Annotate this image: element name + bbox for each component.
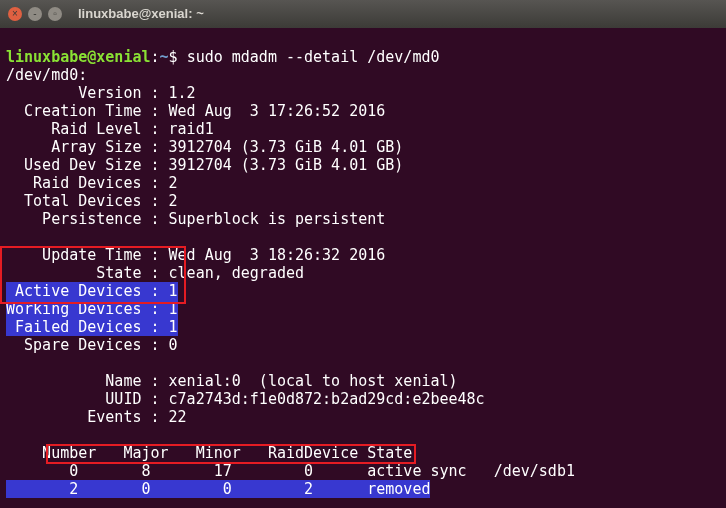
detail-label: Working Devices :: [6, 300, 160, 318]
command-text: sudo mdadm --detail /dev/md0: [187, 48, 440, 66]
detail-label: State :: [6, 264, 160, 282]
detail-value: Wed Aug 3 18:26:32 2016: [160, 246, 386, 264]
detail-value: 1.2: [160, 84, 196, 102]
detail-label: Used Dev Size :: [6, 156, 160, 174]
detail-value: Superblock is persistent: [160, 210, 386, 228]
table-header: Number Major Minor RaidDevice State: [6, 444, 412, 462]
detail-label: Update Time :: [6, 246, 160, 264]
prompt-path: ~: [160, 48, 169, 66]
detail-value: 3912704 (3.73 GiB 4.01 GB): [160, 138, 404, 156]
detail-value: 1: [160, 282, 178, 300]
detail-label: Version :: [6, 84, 160, 102]
detail-label: Persistence :: [6, 210, 160, 228]
window-title: linuxbabe@xenial: ~: [78, 5, 204, 23]
detail-label: Name :: [6, 372, 160, 390]
detail-value: xenial:0 (local to host xenial): [160, 372, 458, 390]
terminal-area[interactable]: linuxbabe@xenial:~$ sudo mdadm --detail …: [0, 28, 726, 508]
detail-value: 22: [160, 408, 187, 426]
detail-value: 1: [160, 300, 178, 318]
detail-value: raid1: [160, 120, 214, 138]
highlighted-working-devices: Working Devices : 1: [6, 300, 178, 318]
close-icon[interactable]: ×: [8, 7, 22, 21]
table-row-removed: 2 0 0 2 removed: [6, 480, 430, 498]
detail-value: 2: [160, 192, 178, 210]
maximize-icon[interactable]: ▫: [48, 7, 62, 21]
detail-value: Wed Aug 3 17:26:52 2016: [160, 102, 386, 120]
detail-value: 0: [160, 336, 178, 354]
detail-label: Total Devices :: [6, 192, 160, 210]
prompt-colon: :: [151, 48, 160, 66]
minimize-icon[interactable]: ‑: [28, 7, 42, 21]
window-titlebar: × ‑ ▫ linuxbabe@xenial: ~: [0, 0, 726, 28]
detail-label: Active Devices :: [6, 282, 160, 300]
highlighted-failed-devices: Failed Devices : 1: [6, 318, 178, 336]
detail-label: Array Size :: [6, 138, 160, 156]
detail-label: Spare Devices :: [6, 336, 160, 354]
detail-value: clean, degraded: [160, 264, 305, 282]
device-header: /dev/md0:: [6, 66, 87, 84]
prompt-dollar: $: [169, 48, 187, 66]
detail-value: 1: [160, 318, 178, 336]
detail-label: Failed Devices :: [6, 318, 160, 336]
detail-value: c7a2743d:f1e0d872:b2ad29cd:e2bee48c: [160, 390, 485, 408]
detail-label: UUID :: [6, 390, 160, 408]
table-row: 0 8 17 0 active sync /dev/sdb1: [6, 462, 575, 480]
prompt-user-host: linuxbabe@xenial: [6, 48, 151, 66]
detail-label: Raid Devices :: [6, 174, 160, 192]
detail-label: Events :: [6, 408, 160, 426]
detail-value: 2: [160, 174, 178, 192]
detail-label: Raid Level :: [6, 120, 160, 138]
detail-label: Creation Time :: [6, 102, 160, 120]
detail-value: 3912704 (3.73 GiB 4.01 GB): [160, 156, 404, 174]
highlighted-active-devices: Active Devices : 1: [6, 282, 178, 300]
